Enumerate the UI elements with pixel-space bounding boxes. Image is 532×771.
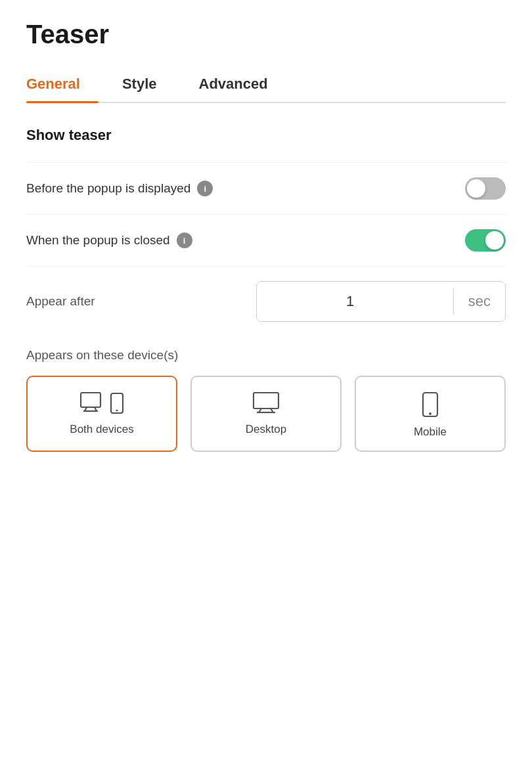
appear-after-unit-label: sec <box>454 282 505 321</box>
devices-section-label: Appears on these device(s) <box>26 348 506 363</box>
when-closed-text: When the popup is closed <box>26 233 170 248</box>
devices-section: Appears on these device(s) Both devices <box>26 348 506 452</box>
svg-point-11 <box>429 412 432 415</box>
when-closed-row: When the popup is closed i <box>26 215 506 266</box>
before-popup-label: Before the popup is displayed i <box>26 181 213 196</box>
both-devices-label: Both devices <box>70 423 133 436</box>
svg-rect-0 <box>81 393 100 407</box>
both-devices-icons <box>79 391 124 415</box>
mobile-icon-in-both <box>110 392 124 414</box>
before-popup-slider <box>465 177 506 200</box>
mobile-device-label: Mobile <box>414 426 447 439</box>
when-closed-toggle[interactable] <box>465 229 506 252</box>
desktop-device-label: Desktop <box>246 423 286 436</box>
svg-rect-6 <box>254 393 278 408</box>
section-title: Show teaser <box>26 127 506 144</box>
desktop-icons <box>252 391 280 415</box>
desktop-icon <box>252 391 280 415</box>
desktop-icon-in-both <box>79 391 106 415</box>
page-title: Teaser <box>26 20 506 49</box>
before-popup-toggle[interactable] <box>465 177 506 200</box>
appear-after-number-input[interactable] <box>257 282 453 321</box>
tab-advanced[interactable]: Advanced <box>199 68 286 102</box>
before-popup-text: Before the popup is displayed <box>26 181 190 196</box>
mobile-icons <box>422 391 439 418</box>
appear-after-row: Appear after sec <box>26 267 506 336</box>
when-closed-info-icon[interactable]: i <box>177 232 192 248</box>
tabs-container: General Style Advanced <box>26 68 506 103</box>
tab-general[interactable]: General <box>26 68 99 102</box>
svg-point-5 <box>116 410 118 412</box>
device-option-mobile[interactable]: Mobile <box>355 376 506 452</box>
device-option-desktop[interactable]: Desktop <box>190 376 342 452</box>
before-popup-row: Before the popup is displayed i <box>26 163 506 214</box>
device-options-container: Both devices Desktop Mobil <box>26 376 506 452</box>
before-popup-info-icon[interactable]: i <box>197 181 213 196</box>
tab-style[interactable]: Style <box>122 68 175 102</box>
appear-after-input-group: sec <box>256 281 506 322</box>
appear-after-label: Appear after <box>26 294 95 309</box>
device-option-both[interactable]: Both devices <box>26 376 177 452</box>
when-closed-slider <box>465 229 506 252</box>
when-closed-label: When the popup is closed i <box>26 232 192 248</box>
mobile-icon <box>422 391 439 418</box>
